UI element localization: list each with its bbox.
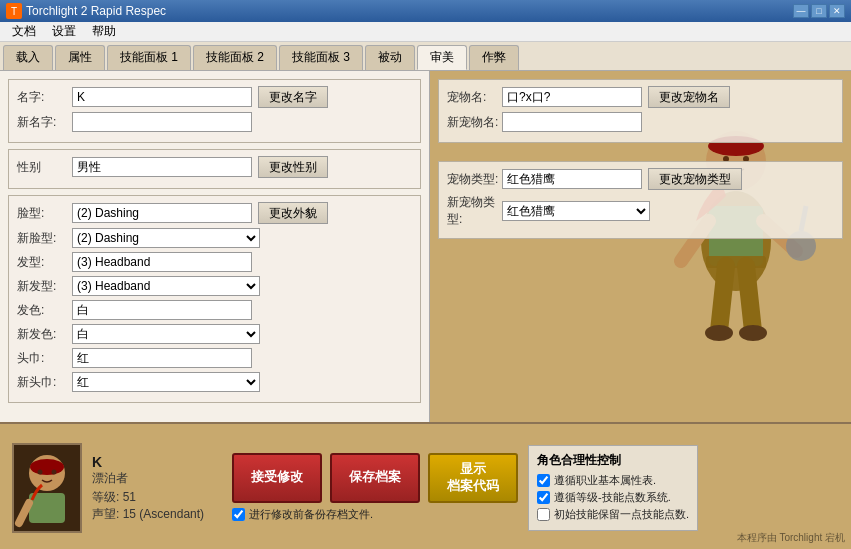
new-pet-name-input[interactable] [502,112,642,132]
new-hair-color-select[interactable]: 白 黑 红 [72,324,260,344]
tab-bar: 载入 属性 技能面板 1 技能面板 2 技能面板 3 被动 审美 作弊 [0,42,851,71]
bottom-panel: K 漂泊者 等级: 51 声望: 15 (Ascendant) 接受修改 保存档… [0,422,851,549]
hair-row: 发型: [17,252,412,272]
ctrl2-checkbox[interactable] [537,491,550,504]
menubar: 文档 设置 帮助 [0,22,851,42]
char-level: 等级: 51 [92,489,222,506]
name-label: 名字: [17,89,72,106]
gender-row: 性别 更改性别 [17,156,412,178]
gender-label: 性别 [17,159,72,176]
backup-checkbox[interactable] [232,508,245,521]
rep-label: 声望: [92,507,119,521]
tab-passive[interactable]: 被动 [365,45,415,70]
backup-checkbox-row[interactable]: 进行修改前备份存档文件. [232,507,518,522]
char-info: K 漂泊者 等级: 51 声望: 15 (Ascendant) [92,454,222,523]
new-pet-type-label: 新宠物类型: [447,194,502,228]
action-buttons: 接受修改 保存档案 显示 档案代码 [232,453,518,503]
tab-load[interactable]: 载入 [3,45,53,70]
face-row: 脸型: 更改外貌 [17,202,412,224]
hair-label: 发型: [17,254,72,271]
pet-name-section: 宠物名: 更改宠物名 新宠物名: [438,79,843,143]
change-gender-button[interactable]: 更改性别 [258,156,328,178]
new-hair-select[interactable]: (3) Headband (1) Short (2) Medium [72,276,260,296]
new-headband-row: 新头巾: 红 白 蓝 [17,372,412,392]
pet-name-input[interactable] [502,87,642,107]
headband-input [72,348,252,368]
new-headband-select[interactable]: 红 白 蓝 [72,372,260,392]
char-portrait [12,443,82,533]
pet-type-input [502,169,642,189]
svg-point-18 [38,470,43,475]
pet-name-row: 宠物名: 更改宠物名 [447,86,834,108]
main-content: 名字: 更改名字 新名字: 性别 更改性别 脸型: 更改外貌 [0,71,851,422]
menu-item-file[interactable]: 文档 [4,21,44,42]
pet-type-section: 宠物类型: 更改宠物类型 新宠物类型: 红色猎鹰 蓝色猎鹰 [438,161,843,239]
ctrl3-row[interactable]: 初始技能保留一点技能点数. [537,507,689,522]
window-controls[interactable]: — □ ✕ [793,4,845,18]
name-section: 名字: 更改名字 新名字: [8,79,421,143]
new-pet-type-select[interactable]: 红色猎鹰 蓝色猎鹰 [502,201,650,221]
new-hair-row: 新发型: (3) Headband (1) Short (2) Medium [17,276,412,296]
hair-color-label: 发色: [17,302,72,319]
menu-item-settings[interactable]: 设置 [44,21,84,42]
tab-aesthetic[interactable]: 审美 [417,45,467,70]
tab-cheat[interactable]: 作弊 [469,45,519,70]
new-headband-label: 新头巾: [17,374,72,391]
svg-point-11 [705,325,733,341]
new-hair-color-label: 新发色: [17,326,72,343]
new-face-row: 新脸型: (2) Dashing (1) Classic (3) Rugged [17,228,412,248]
headband-row: 头巾: [17,348,412,368]
window-title: Torchlight 2 Rapid Respec [26,4,793,18]
face-input [72,203,252,223]
svg-point-12 [739,325,767,341]
new-face-select[interactable]: (2) Dashing (1) Classic (3) Rugged [72,228,260,248]
ctrl2-label: 遵循等级-技能点数系统. [554,490,671,505]
svg-point-19 [52,470,57,475]
left-panel: 名字: 更改名字 新名字: 性别 更改性别 脸型: 更改外貌 [0,71,430,422]
char-name: K [92,454,222,470]
change-pet-name-button[interactable]: 更改宠物名 [648,86,730,108]
new-pet-name-label: 新宠物名: [447,114,502,131]
watermark: 本程序由 Torchlight 宕机 [737,531,845,545]
appearance-section: 脸型: 更改外貌 新脸型: (2) Dashing (1) Classic (3… [8,195,421,403]
right-panel: 宠物名: 更改宠物名 新宠物名: 宠物类型: 更改宠物类型 新宠物类型: 红色猎… [430,71,851,422]
pet-type-row: 宠物类型: 更改宠物类型 [447,168,834,190]
pet-type-label: 宠物类型: [447,171,502,188]
hair-color-input [72,300,252,320]
menu-item-help[interactable]: 帮助 [84,21,124,42]
new-name-label: 新名字: [17,114,72,131]
close-button[interactable]: ✕ [829,4,845,18]
tab-skill2[interactable]: 技能面板 2 [193,45,277,70]
ctrl3-checkbox[interactable] [537,508,550,521]
gender-section: 性别 更改性别 [8,149,421,189]
change-look-button[interactable]: 更改外貌 [258,202,328,224]
hair-input [72,252,252,272]
actions-area: 接受修改 保存档案 显示 档案代码 进行修改前备份存档文件. [232,453,518,524]
ctrl1-row[interactable]: 遵循职业基本属性表. [537,473,689,488]
tab-skill1[interactable]: 技能面板 1 [107,45,191,70]
ctrl1-label: 遵循职业基本属性表. [554,473,656,488]
titlebar: T Torchlight 2 Rapid Respec — □ ✕ [0,0,851,22]
svg-rect-4 [706,256,766,268]
minimize-button[interactable]: — [793,4,809,18]
tab-skill3[interactable]: 技能面板 3 [279,45,363,70]
rep-value: 15 (Ascendant) [123,507,204,521]
tab-attributes[interactable]: 属性 [55,45,105,70]
change-pet-type-button[interactable]: 更改宠物类型 [648,168,742,190]
ctrl2-row[interactable]: 遵循等级-技能点数系统. [537,490,689,505]
svg-point-17 [30,459,64,475]
accept-button[interactable]: 接受修改 [232,453,322,503]
save-button[interactable]: 保存档案 [330,453,420,503]
new-pet-type-row: 新宠物类型: 红色猎鹰 蓝色猎鹰 [447,194,834,228]
maximize-button[interactable]: □ [811,4,827,18]
face-label: 脸型: [17,205,72,222]
new-name-input[interactable] [72,112,252,132]
svg-line-10 [746,266,753,331]
ctrl1-checkbox[interactable] [537,474,550,487]
show-code-button[interactable]: 显示 档案代码 [428,453,518,503]
char-rep: 声望: 15 (Ascendant) [92,506,222,523]
gender-input[interactable] [72,157,252,177]
name-input[interactable] [72,87,252,107]
change-name-button[interactable]: 更改名字 [258,86,328,108]
headband-label: 头巾: [17,350,72,367]
